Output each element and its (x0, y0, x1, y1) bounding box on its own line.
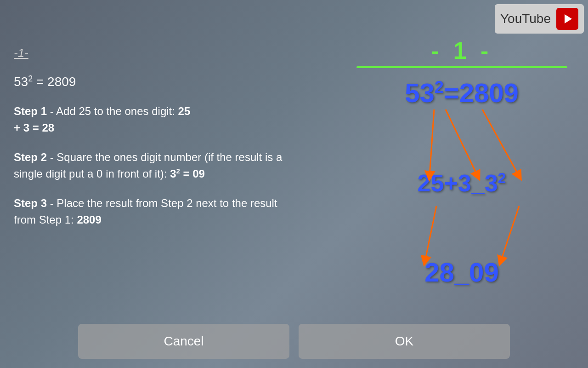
slide-title-right: - 1 - (345, 37, 579, 64)
math-bot-expr: 28_09 (424, 257, 498, 288)
svg-line-2 (446, 109, 478, 176)
bottom-buttons: Cancel OK (0, 324, 588, 359)
youtube-play-icon (556, 8, 578, 30)
arrows-svg (345, 77, 579, 335)
math-top-expr: 532=2809 (405, 77, 518, 108)
green-divider (356, 66, 567, 68)
step3-result: 2809 (77, 213, 101, 226)
svg-line-1 (430, 109, 434, 176)
svg-line-3 (482, 109, 519, 176)
right-panel: - 1 - 532=2809 25+3_32 28_09 (345, 37, 579, 340)
equation-display: 532 = 2809 (14, 74, 299, 89)
left-panel: -1- 532 = 2809 Step 1 - Add 25 to the on… (14, 46, 299, 241)
math-visual: 532=2809 25+3_32 28_09 (345, 77, 579, 335)
ok-button[interactable]: OK (299, 324, 510, 359)
svg-line-5 (501, 206, 519, 261)
cancel-button[interactable]: Cancel (78, 324, 289, 359)
step2-label: Step 2 (14, 151, 47, 163)
step3-text: Step 3 - Place the result from Step 2 ne… (14, 195, 299, 228)
slide-number: -1- (14, 46, 299, 60)
svg-line-4 (425, 206, 436, 261)
step2-text: Step 2 - Square the ones digit number (i… (14, 149, 299, 182)
step1-text: Step 1 - Add 25 to the ones digit: 25+ 3… (14, 103, 299, 136)
youtube-button[interactable]: YouTube (495, 4, 584, 34)
youtube-label: YouTube (500, 12, 551, 26)
math-mid-expr: 25+3_32 (418, 169, 506, 197)
step3-label: Step 3 (14, 197, 47, 209)
step2-result: 32 = 09 (170, 167, 205, 180)
step1-label: Step 1 (14, 105, 47, 117)
